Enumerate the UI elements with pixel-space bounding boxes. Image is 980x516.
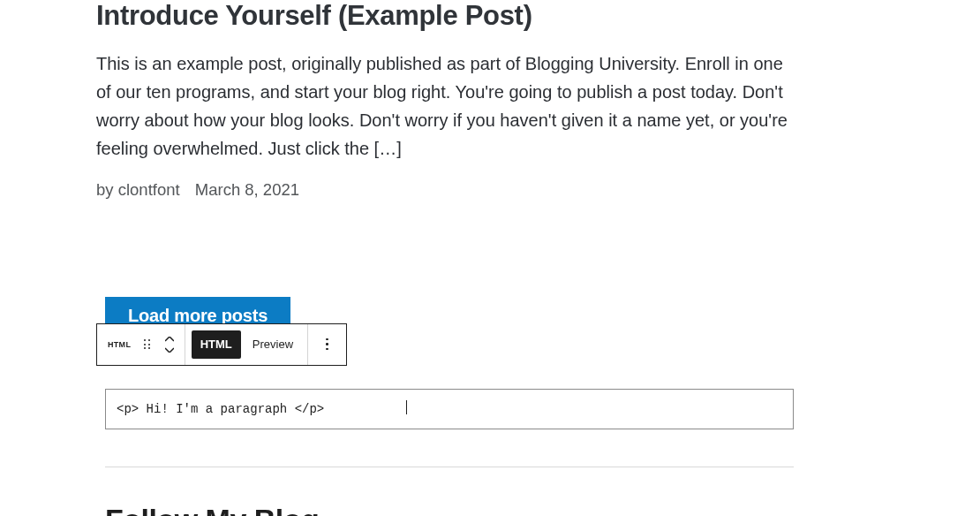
- block-toolbar: HTML HTML Preview: [96, 323, 347, 366]
- post-date[interactable]: March 8, 2021: [195, 180, 299, 199]
- by-prefix: by: [96, 180, 118, 199]
- post-meta: by clontfont March 8, 2021: [96, 180, 883, 200]
- follow-heading: Follow My Blog: [105, 503, 883, 516]
- html-code-input[interactable]: <p> Hi! I'm a paragraph </p>: [105, 389, 794, 429]
- more-options-icon[interactable]: [308, 324, 346, 365]
- section-divider: [105, 467, 794, 467]
- html-tab-button[interactable]: HTML: [192, 330, 241, 359]
- move-arrows[interactable]: [155, 324, 185, 365]
- chevron-up-icon[interactable]: [165, 337, 174, 342]
- post-excerpt: This is an example post, originally publ…: [96, 49, 794, 163]
- preview-tab-button[interactable]: Preview: [247, 324, 307, 365]
- drag-handle-icon[interactable]: [139, 324, 155, 365]
- post-author[interactable]: clontfont: [118, 180, 180, 199]
- block-type-html-button[interactable]: HTML: [97, 324, 139, 365]
- post-title[interactable]: Introduce Yourself (Example Post): [96, 0, 883, 32]
- chevron-down-icon[interactable]: [165, 347, 174, 353]
